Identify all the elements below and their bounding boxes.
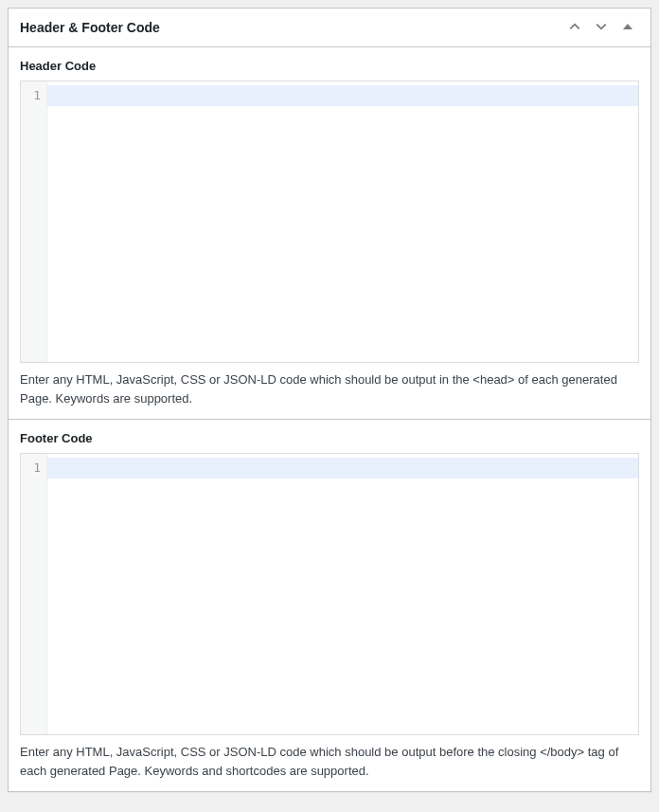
line-number: 1: [25, 458, 41, 478]
header-code-gutter: 1: [21, 81, 47, 362]
footer-code-editor: 1: [20, 453, 639, 735]
metabox-header: Header & Footer Code: [9, 9, 650, 47]
toggle-panel-button[interactable]: [616, 16, 639, 39]
metabox-controls: [563, 16, 639, 39]
header-code-input[interactable]: [47, 81, 638, 362]
triangle-up-icon: [622, 21, 633, 35]
footer-code-area: [47, 454, 638, 734]
header-code-section: Header Code 1 Enter any HTML, JavaScript…: [9, 47, 650, 420]
footer-code-gutter: 1: [21, 454, 47, 734]
header-code-area: [47, 81, 638, 362]
header-code-help-text: Enter any HTML, JavaScript, CSS or JSON-…: [20, 370, 639, 407]
header-footer-code-metabox: Header & Footer Code Header Code: [8, 8, 651, 792]
footer-code-help-text: Enter any HTML, JavaScript, CSS or JSON-…: [20, 743, 639, 780]
chevron-down-icon: [593, 18, 610, 38]
header-code-label: Header Code: [20, 59, 639, 73]
footer-code-input[interactable]: [47, 454, 638, 734]
metabox-title: Header & Footer Code: [20, 20, 160, 35]
footer-code-label: Footer Code: [20, 431, 639, 445]
footer-code-section: Footer Code 1 Enter any HTML, JavaScript…: [9, 420, 650, 791]
chevron-up-icon: [566, 18, 583, 38]
line-number: 1: [25, 85, 41, 106]
move-up-button[interactable]: [563, 16, 586, 39]
header-code-editor: 1: [20, 81, 639, 363]
move-down-button[interactable]: [590, 16, 613, 39]
